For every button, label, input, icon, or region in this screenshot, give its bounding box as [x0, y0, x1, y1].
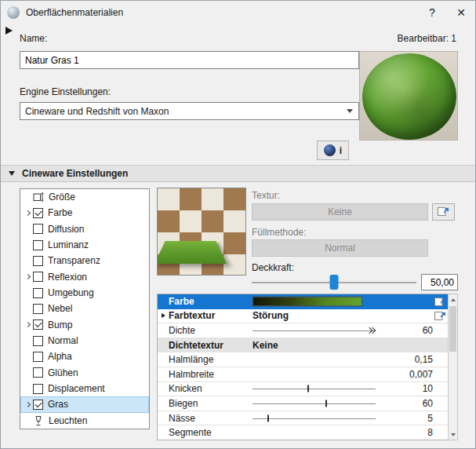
property-row-knicken[interactable]: Knicken10: [158, 382, 448, 397]
expand-arrow-icon[interactable]: [23, 323, 33, 327]
property-label: Halmlänge: [169, 354, 250, 365]
channel-item-displacement[interactable]: Displacement: [20, 381, 149, 396]
property-label: Nässe: [169, 413, 250, 424]
slider-marker[interactable]: [307, 385, 309, 392]
property-row-dichte[interactable]: Dichte60: [158, 323, 448, 338]
channel-checkbox-alpha[interactable]: [33, 352, 43, 362]
channel-item-reflexion[interactable]: Reflexion: [20, 269, 149, 285]
channel-checkbox-displacement[interactable]: [33, 384, 43, 394]
channel-label: Bump: [48, 319, 72, 330]
material-ball-icon: [7, 6, 20, 19]
channel-item-glühen[interactable]: Glühen: [20, 365, 149, 381]
property-row-nässe[interactable]: Nässe5: [158, 411, 448, 426]
property-label: Knicken: [169, 383, 250, 394]
property-label: Dichtetextur: [169, 340, 250, 351]
channel-checkbox-gras[interactable]: [33, 400, 43, 410]
property-slider[interactable]: [253, 382, 376, 396]
channel-checkbox-diffusion[interactable]: [33, 224, 43, 234]
expand-arrow-icon[interactable]: [23, 211, 33, 215]
channel-checkbox-luminanz[interactable]: [33, 240, 43, 250]
property-label: Farbe: [169, 296, 250, 307]
vertical-scrollbar[interactable]: [448, 294, 458, 440]
property-value: 5: [427, 413, 433, 424]
channel-checkbox-reflexion[interactable]: [33, 272, 43, 282]
texture-button[interactable]: Keine: [252, 203, 428, 221]
property-value: Keine: [253, 340, 278, 351]
property-row-biegen[interactable]: Biegen60: [158, 396, 448, 411]
expand-arrow-icon[interactable]: [23, 275, 33, 279]
slider-thumb[interactable]: [330, 275, 339, 290]
expand-arrow-icon[interactable]: [158, 313, 169, 318]
channel-item-diffusion[interactable]: Diffusion: [20, 221, 149, 237]
material-preview: [359, 51, 458, 141]
property-row-halmbreite[interactable]: Halmbreite0,007: [158, 367, 448, 382]
property-slider[interactable]: [253, 323, 376, 338]
scroll-up-button[interactable]: [449, 294, 457, 305]
channel-item-transparenz[interactable]: Transparenz: [20, 253, 149, 268]
channel-checkbox-normal[interactable]: [33, 336, 43, 346]
slider-marker[interactable]: [367, 327, 376, 334]
channel-checkbox-glühen[interactable]: [33, 367, 43, 378]
fill-mode-button[interactable]: Normal: [252, 239, 428, 257]
property-row-halmlänge[interactable]: Halmlänge0,15: [158, 352, 448, 367]
channel-label: Farbe: [48, 207, 72, 218]
dialog-title: Oberflächenmaterialien: [26, 7, 419, 18]
channel-checkbox-farbe[interactable]: [33, 208, 43, 218]
property-value: 8: [427, 427, 433, 438]
channel-item-normal[interactable]: Normal: [20, 333, 149, 349]
texture-icon: [438, 206, 449, 219]
channel-item-farbe[interactable]: Farbe: [20, 205, 149, 221]
expand-arrow-icon[interactable]: [23, 403, 33, 407]
grass-ball-image: [362, 53, 456, 140]
slider-marker[interactable]: [325, 400, 327, 407]
property-row-farbtextur[interactable]: FarbtexturStörung: [158, 309, 448, 324]
property-slider[interactable]: [253, 396, 376, 411]
channel-item-größe[interactable]: Größe: [20, 189, 149, 205]
property-row-segmente[interactable]: Segmente8: [158, 425, 448, 440]
engine-dropdown[interactable]: Cineware und Redshift von Maxon: [20, 102, 359, 120]
channel-item-alpha[interactable]: Alpha: [20, 349, 149, 364]
scrollbar-thumb[interactable]: [449, 306, 456, 352]
surface-materials-dialog: Oberflächenmaterialien ? ✕ Name: Bearbei…: [0, 0, 476, 449]
channel-item-bump[interactable]: Bump: [20, 317, 149, 333]
editable-count-label: Bearbeitbar: 1: [398, 33, 456, 44]
channel-checkbox-umgebung[interactable]: [33, 288, 43, 298]
channel-list: GrößeFarbeDiffusionLuminanzTransparenzRe…: [20, 188, 150, 429]
slider-marker[interactable]: [267, 414, 269, 422]
property-row-dichtetextur[interactable]: DichtetexturKeine: [158, 338, 448, 353]
texture-label: Textur:: [252, 190, 280, 201]
channel-item-nebel[interactable]: Nebel: [20, 301, 149, 316]
property-slider[interactable]: [253, 411, 376, 425]
channel-checkbox-nebel[interactable]: [33, 304, 43, 314]
help-button[interactable]: ?: [419, 6, 445, 19]
channel-item-leuchten[interactable]: Leuchten: [20, 413, 149, 429]
scroll-down-button[interactable]: [449, 429, 457, 440]
opacity-value-input[interactable]: [421, 274, 458, 290]
collapse-arrow-icon: [9, 171, 15, 176]
channel-checkbox-bump[interactable]: [33, 319, 43, 330]
channel-label: Alpha: [48, 351, 72, 362]
opacity-slider[interactable]: [252, 274, 416, 291]
close-button[interactable]: ✕: [445, 6, 466, 19]
channel-item-umgebung[interactable]: Umgebung: [20, 285, 149, 301]
channel-label: Umgebung: [48, 287, 94, 298]
arrow-down-icon: [451, 433, 456, 436]
texture-icon[interactable]: [434, 310, 446, 321]
property-row-farbe[interactable]: Farbe: [158, 294, 448, 309]
size-icon: [33, 192, 44, 203]
info-icon: i: [340, 145, 342, 156]
material-name-input[interactable]: [20, 51, 359, 69]
texture-icon[interactable]: [434, 296, 446, 307]
color-gradient-swatch[interactable]: [253, 296, 362, 306]
panel-options-icon[interactable]: [5, 27, 13, 35]
channel-item-gras[interactable]: Gras: [20, 396, 149, 412]
section-cineware-settings[interactable]: Cineware Einstellungen: [1, 165, 476, 182]
cinema4d-icon: [324, 144, 336, 156]
channel-checkbox-transparenz[interactable]: [33, 256, 43, 266]
channel-label: Größe: [49, 192, 75, 203]
c4d-info-button[interactable]: i: [317, 141, 349, 160]
channel-label: Normal: [48, 335, 78, 346]
texture-picker-button[interactable]: [432, 203, 455, 221]
channel-item-luminanz[interactable]: Luminanz: [20, 237, 149, 253]
channel-label: Nebel: [48, 303, 72, 314]
